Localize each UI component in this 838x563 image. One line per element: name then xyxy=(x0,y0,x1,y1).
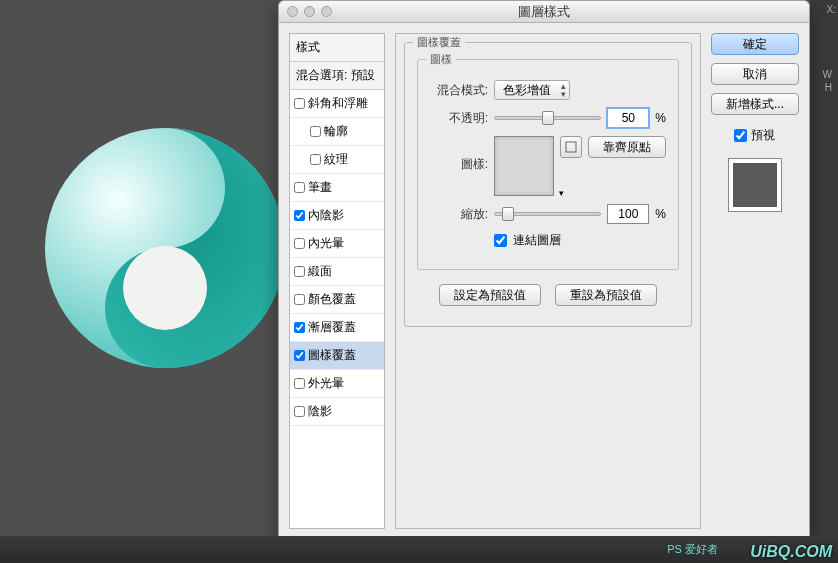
pattern-label: 圖樣: xyxy=(430,136,488,173)
settings-panel: 圖樣覆蓋 圖樣 混合模式: 色彩增值 ▴▾ 不透明: xyxy=(395,33,701,529)
dialog-buttons-column: 確定 取消 新增樣式... 預視 xyxy=(711,33,799,529)
opacity-input[interactable] xyxy=(607,108,649,128)
style-item-label: 筆畫 xyxy=(308,179,332,196)
style-item[interactable]: 斜角和浮雕 xyxy=(290,90,384,118)
style-checkbox[interactable] xyxy=(294,294,305,305)
style-checkbox[interactable] xyxy=(294,350,305,361)
coord-x-label: X: xyxy=(810,0,838,19)
style-item-label: 內光暈 xyxy=(308,235,344,252)
artwork-yin-yang xyxy=(45,128,285,368)
dialog-titlebar[interactable]: 圖層樣式 xyxy=(279,1,809,23)
style-checkbox[interactable] xyxy=(294,238,305,249)
opacity-unit: % xyxy=(655,111,666,125)
style-item[interactable]: 紋理 xyxy=(290,146,384,174)
blend-options-item[interactable]: 混合選項: 預設 xyxy=(290,62,384,90)
opacity-slider[interactable] xyxy=(494,116,601,120)
scale-unit: % xyxy=(655,207,666,221)
style-checkbox[interactable] xyxy=(294,378,305,389)
pattern-overlay-section: 圖樣覆蓋 圖樣 混合模式: 色彩增值 ▴▾ 不透明: xyxy=(404,42,692,327)
style-checkbox[interactable] xyxy=(294,98,305,109)
style-item-label: 陰影 xyxy=(308,403,332,420)
style-item-label: 紋理 xyxy=(324,151,348,168)
new-style-button[interactable]: 新增樣式... xyxy=(711,93,799,115)
style-item-label: 漸層覆蓋 xyxy=(308,319,356,336)
pattern-swatch[interactable] xyxy=(494,136,554,196)
style-checkbox[interactable] xyxy=(294,266,305,277)
style-checkbox[interactable] xyxy=(294,182,305,193)
style-item-label: 顏色覆蓋 xyxy=(308,291,356,308)
ok-button[interactable]: 確定 xyxy=(711,33,799,55)
reset-default-button[interactable]: 重設為預設值 xyxy=(555,284,657,306)
style-item-label: 圖樣覆蓋 xyxy=(308,347,356,364)
canvas xyxy=(10,38,280,536)
watermark: UiBQ.COM xyxy=(750,543,832,561)
scale-slider[interactable] xyxy=(494,212,601,216)
blend-mode-select[interactable]: 色彩增值 xyxy=(494,80,570,100)
preview-checkbox[interactable] xyxy=(734,129,747,142)
style-item-label: 內陰影 xyxy=(308,207,344,224)
link-layer-label: 連結圖層 xyxy=(513,232,561,249)
coord-h-label: H xyxy=(810,80,838,95)
coord-w-label: W xyxy=(810,19,838,80)
blend-mode-label: 混合模式: xyxy=(430,82,488,99)
style-item[interactable]: 圖樣覆蓋 xyxy=(290,342,384,370)
canvas-background xyxy=(0,0,280,536)
scale-label: 縮放: xyxy=(430,206,488,223)
layer-style-dialog: 圖層樣式 樣式 混合選項: 預設 斜角和浮雕輪廓紋理筆畫內陰影內光暈緞面顏色覆蓋… xyxy=(278,0,810,540)
style-item[interactable]: 顏色覆蓋 xyxy=(290,286,384,314)
style-item[interactable]: 內陰影 xyxy=(290,202,384,230)
style-checkbox[interactable] xyxy=(294,322,305,333)
style-item-label: 緞面 xyxy=(308,263,332,280)
styles-list: 樣式 混合選項: 預設 斜角和浮雕輪廓紋理筆畫內陰影內光暈緞面顏色覆蓋漸層覆蓋圖… xyxy=(289,33,385,529)
close-icon[interactable] xyxy=(287,6,298,17)
section-title: 圖樣覆蓋 xyxy=(413,35,465,50)
sub-section-title: 圖樣 xyxy=(426,52,456,67)
style-checkbox[interactable] xyxy=(294,406,305,417)
style-item[interactable]: 陰影 xyxy=(290,398,384,426)
style-checkbox[interactable] xyxy=(294,210,305,221)
style-item[interactable]: 緞面 xyxy=(290,258,384,286)
style-item[interactable]: 筆畫 xyxy=(290,174,384,202)
style-item-label: 斜角和浮雕 xyxy=(308,95,368,112)
style-item-label: 外光暈 xyxy=(308,375,344,392)
zoom-icon[interactable] xyxy=(321,6,332,17)
dialog-title: 圖層樣式 xyxy=(279,3,809,21)
new-pattern-icon[interactable] xyxy=(560,136,582,158)
opacity-label: 不透明: xyxy=(430,110,488,127)
bottom-bar: PS 爱好者 UiBQ.COM xyxy=(0,536,838,563)
set-default-button[interactable]: 設定為預設值 xyxy=(439,284,541,306)
watermark-ps: PS 爱好者 xyxy=(667,542,718,557)
minimize-icon[interactable] xyxy=(304,6,315,17)
svg-rect-2 xyxy=(566,142,576,152)
right-panel-strip: X: W H xyxy=(810,0,838,536)
style-item[interactable]: 外光暈 xyxy=(290,370,384,398)
style-item[interactable]: 內光暈 xyxy=(290,230,384,258)
style-item[interactable]: 輪廓 xyxy=(290,118,384,146)
style-item-label: 輪廓 xyxy=(324,123,348,140)
preview-label: 預視 xyxy=(751,127,775,144)
styles-header[interactable]: 樣式 xyxy=(290,34,384,62)
link-layer-checkbox[interactable] xyxy=(494,234,507,247)
snap-origin-button[interactable]: 靠齊原點 xyxy=(588,136,666,158)
style-item[interactable]: 漸層覆蓋 xyxy=(290,314,384,342)
style-checkbox[interactable] xyxy=(310,154,321,165)
preview-swatch xyxy=(728,158,782,212)
svg-point-1 xyxy=(123,246,207,330)
chevron-down-icon[interactable]: ▾ xyxy=(559,188,564,198)
scale-input[interactable] xyxy=(607,204,649,224)
cancel-button[interactable]: 取消 xyxy=(711,63,799,85)
style-checkbox[interactable] xyxy=(310,126,321,137)
